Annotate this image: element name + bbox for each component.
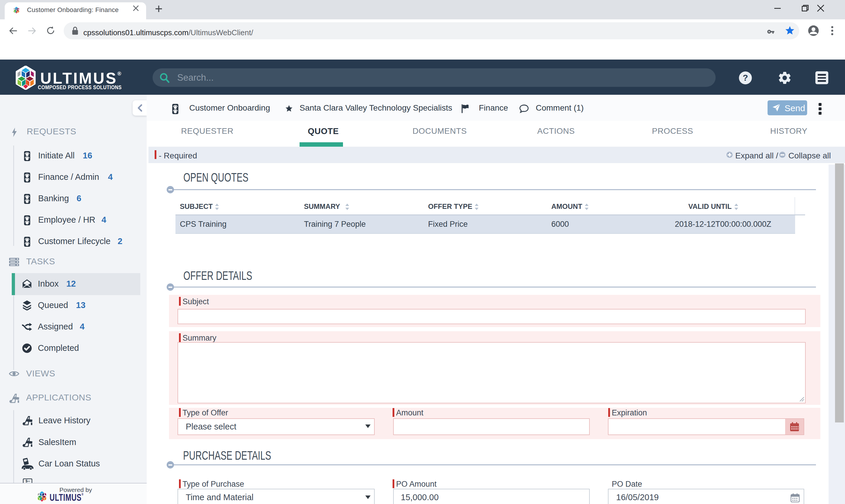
svg-text:$═: $═ — [25, 479, 30, 483]
svg-text:?: ? — [743, 73, 748, 83]
